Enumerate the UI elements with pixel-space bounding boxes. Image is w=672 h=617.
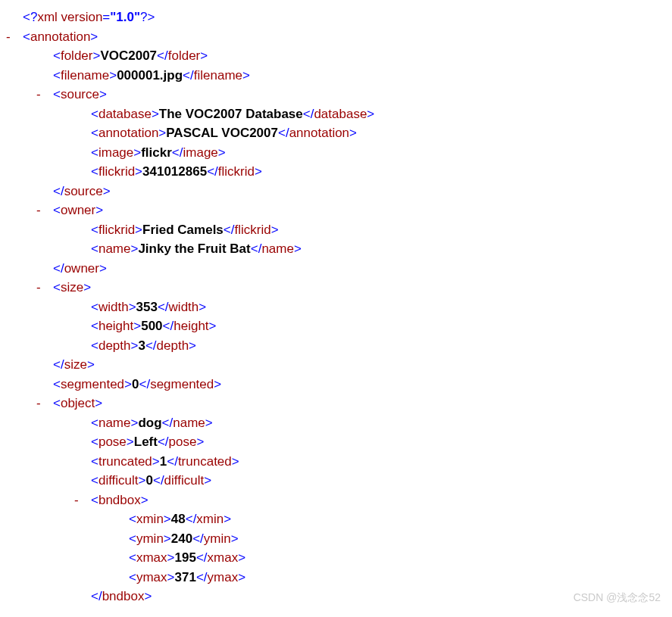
tag-width: <width>353</width> [0,298,672,317]
value-truncated: 1 [160,454,167,469]
tag-object-open[interactable]: -<object> [0,394,672,413]
value-owner-flickrid: Fried Camels [142,223,223,237]
tag-xmax: <xmax>195</xmax> [0,548,672,568]
value-difficult: 0 [145,473,152,488]
tag-height: <height>500</height> [0,316,672,336]
tag-difficult: <difficult>0</difficult> [0,471,672,491]
value-xmin: 48 [171,512,186,526]
tag-owner-close: </owner> [0,259,672,279]
value-width: 353 [136,300,158,314]
tag-image: <image>flickr</image> [0,143,672,163]
collapse-icon[interactable]: - [74,491,79,510]
value-source-annotation: PASCAL VOC2007 [166,126,278,140]
tag-source-flickrid: <flickrid>341012865</flickrid> [0,162,672,182]
value-pose: Left [134,435,158,449]
tag-xmin: <xmin>48</xmin> [0,509,672,529]
tag-folder: <folder>VOC2007</folder> [0,46,672,66]
tag-bndbox-open[interactable]: -<bndbox> [0,491,672,510]
tag-ymax: <ymax>371</ymax> [0,568,672,587]
collapse-icon[interactable]: - [6,27,11,47]
value-source-flickrid: 341012865 [142,164,207,179]
tag-source-close: </source> [0,182,672,201]
value-depth: 3 [138,338,145,353]
value-ymax: 371 [175,570,196,584]
value-height: 500 [141,319,162,333]
value-object-name: dog [138,416,161,430]
xml-declaration: <?xml version="1.0"?> [0,8,672,27]
tag-truncated: <truncated>1</truncated> [0,452,672,472]
tag-owner-flickrid: <flickrid>Fried Camels</flickrid> [0,220,672,240]
value-ymin: 240 [171,531,192,546]
tag-source-open[interactable]: -<source> [0,85,672,104]
tag-object-name: <name>dog</name> [0,413,672,433]
collapse-icon[interactable]: - [36,394,41,413]
tag-owner-name: <name>Jinky the Fruit Bat</name> [0,239,672,259]
tag-database: <database>The VOC2007 Database</database… [0,104,672,124]
tag-owner-open[interactable]: -<owner> [0,201,672,220]
tag-annotation-open[interactable]: -<annotation> [0,27,672,47]
value-xmax: 195 [175,550,196,565]
tag-bndbox-close: </bndbox> [0,587,672,606]
tag-ymin: <ymin>240</ymin> [0,529,672,549]
tag-filename: <filename>000001.jpg</filename> [0,66,672,86]
tag-source-annotation: <annotation>PASCAL VOC2007</annotation> [0,123,672,143]
tag-size-open[interactable]: -<size> [0,278,672,298]
tag-size-close: </size> [0,355,672,375]
tag-pose: <pose>Left</pose> [0,432,672,452]
value-filename: 000001.jpg [117,68,183,83]
collapse-icon[interactable]: - [36,85,41,104]
value-image: flickr [141,145,172,160]
tag-segmented: <segmented>0</segmented> [0,375,672,394]
value-owner-name: Jinky the Fruit Bat [138,242,250,256]
collapse-icon[interactable]: - [36,278,41,298]
watermark: CSDN @浅念念52 [574,590,661,606]
value-database: The VOC2007 Database [159,107,303,121]
collapse-icon[interactable]: - [36,201,41,220]
tag-depth: <depth>3</depth> [0,336,672,356]
value-folder: VOC2007 [100,48,157,63]
